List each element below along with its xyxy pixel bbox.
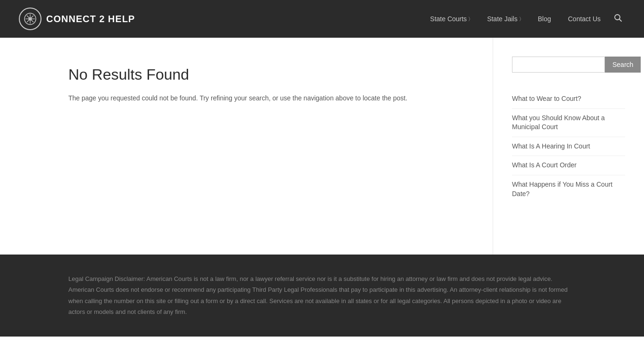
nav-label-blog: Blog	[538, 15, 551, 23]
chevron-down-icon: 〉	[469, 16, 470, 22]
site-logo[interactable]: CONNECT 2 HELP	[19, 8, 135, 30]
main-content: No Results Found The page you requested …	[0, 38, 493, 255]
main-nav: State Courts 〉 State Jails 〉 Blog Contac…	[423, 9, 625, 29]
nav-item-blog[interactable]: Blog	[531, 10, 558, 27]
search-input[interactable]	[512, 57, 605, 73]
nav-label-contact-us: Contact Us	[568, 15, 601, 23]
sidebar-link-4[interactable]: What Is A Court Order	[512, 156, 625, 175]
search-button[interactable]: Search	[605, 57, 641, 73]
footer-disclaimer: Legal Campaign Disclaimer: American Cour…	[68, 273, 576, 318]
page-title: No Results Found	[68, 66, 464, 83]
nav-item-contact-us[interactable]: Contact Us	[561, 10, 607, 27]
search-widget: Search	[512, 57, 625, 73]
logo-icon	[19, 8, 41, 30]
sidebar-link-2[interactable]: What you Should Know About a Municipal C…	[512, 109, 625, 137]
search-icon[interactable]	[611, 9, 625, 29]
page-description: The page you requested could not be foun…	[68, 93, 464, 104]
sidebar-link-3[interactable]: What Is A Hearing In Court	[512, 137, 625, 156]
logo-text: CONNECT 2 HELP	[46, 14, 135, 25]
nav-label-state-courts: State Courts	[430, 15, 467, 23]
svg-line-7	[619, 19, 622, 21]
sidebar-link-1[interactable]: What to Wear to Court?	[512, 90, 625, 109]
chevron-down-icon: 〉	[520, 16, 521, 22]
nav-item-state-courts[interactable]: State Courts 〉	[423, 10, 477, 27]
sidebar: Search What to Wear to Court? What you S…	[493, 38, 644, 255]
sidebar-link-5[interactable]: What Happens if You Miss a Court Date?	[512, 175, 625, 203]
nav-item-state-jails[interactable]: State Jails 〉	[480, 10, 528, 27]
footer: Legal Campaign Disclaimer: American Cour…	[0, 255, 644, 337]
nav-label-state-jails: State Jails	[487, 15, 518, 23]
sidebar-links: What to Wear to Court? What you Should K…	[512, 90, 625, 203]
